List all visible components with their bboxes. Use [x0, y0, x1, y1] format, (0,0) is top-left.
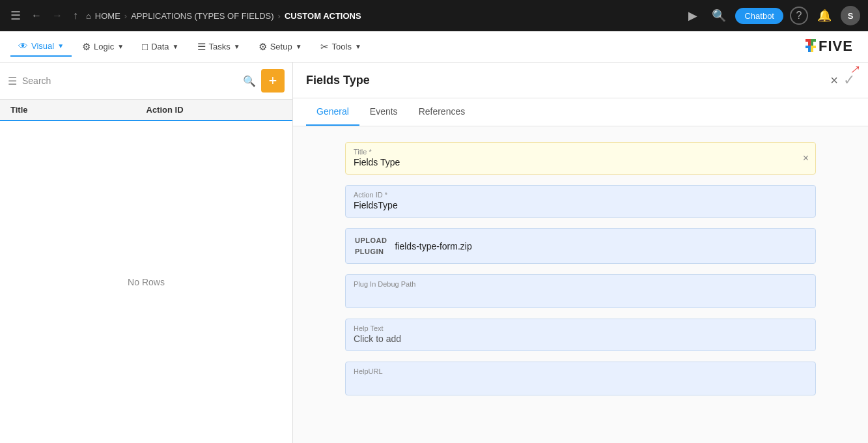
- logic-dropdown-icon: ▼: [117, 43, 124, 50]
- upload-filename: fields-type-form.zip: [395, 241, 471, 251]
- left-panel: ☰ 🔍 + Title Action ID No Rows: [0, 63, 293, 443]
- setup-icon: ⚙: [259, 41, 267, 53]
- nav-label-setup: Setup: [270, 42, 292, 51]
- hamburger-icon[interactable]: ☰: [8, 6, 23, 25]
- action-id-field-value[interactable]: FieldsType: [354, 200, 807, 210]
- help-text-container: Help Text Click to add: [345, 319, 816, 351]
- help-url-label: HelpURL: [354, 367, 807, 375]
- search-input[interactable]: [22, 76, 238, 86]
- plugin-debug-path-value[interactable]: [354, 289, 807, 301]
- up-icon[interactable]: ↑: [70, 7, 81, 24]
- title-clear-button[interactable]: ×: [803, 152, 809, 164]
- help-text-label: Help Text: [354, 324, 807, 332]
- upload-label-line2: PLUGIN: [355, 246, 387, 257]
- five-logo: FIVE: [805, 36, 858, 57]
- nav-label-data: Data: [151, 42, 169, 51]
- help-url-container: HelpURL: [345, 362, 816, 395]
- user-avatar[interactable]: S: [841, 6, 860, 25]
- top-nav-actions: ▶ 🔍 Chatbot ? 🔔 S: [683, 6, 860, 25]
- right-panel: Fields Type × ✓ → General Events Referen…: [293, 63, 868, 443]
- search-button[interactable]: 🔍: [243, 75, 256, 87]
- svg-marker-0: [805, 39, 811, 46]
- action-id-field: Action ID * FieldsType: [345, 185, 816, 218]
- nav-label-visual: Visual: [31, 41, 54, 51]
- action-id-field-container: Action ID * FieldsType: [345, 185, 816, 218]
- help-button[interactable]: ?: [790, 7, 808, 25]
- chatbot-button[interactable]: Chatbot: [735, 8, 783, 24]
- play-button[interactable]: ▶: [683, 6, 703, 25]
- panel-close-button[interactable]: ×: [830, 73, 838, 88]
- data-dropdown-icon: ▼: [173, 43, 179, 50]
- nav-item-tools[interactable]: ✂ Tools ▼: [313, 37, 369, 57]
- plugin-debug-path-label: Plug In Debug Path: [354, 280, 807, 288]
- column-header-title: Title: [10, 105, 147, 115]
- tools-dropdown-icon: ▼: [355, 43, 361, 50]
- nav-item-data[interactable]: □ Data ▼: [134, 37, 186, 56]
- nav-item-visual[interactable]: 👁 Visual ▼: [10, 36, 72, 57]
- upload-label-block: UPLOAD PLUGIN: [355, 235, 387, 257]
- upload-label-line1: UPLOAD: [355, 235, 387, 246]
- search-bar: ☰ 🔍 +: [0, 63, 292, 100]
- title-field-container: Title * Fields Type ×: [345, 142, 816, 175]
- right-panel-header: Fields Type × ✓ →: [293, 63, 868, 98]
- tab-references[interactable]: References: [408, 98, 476, 126]
- tabs-bar: General Events References: [293, 98, 868, 126]
- help-url-value[interactable]: [354, 377, 807, 388]
- plugin-debug-path-field: Plug In Debug Path: [345, 274, 816, 308]
- home-label[interactable]: HOME: [95, 11, 120, 21]
- forward-icon[interactable]: →: [49, 7, 65, 24]
- breadcrumb-item-1[interactable]: APPLICATIONS (TYPES OF FIELDS): [131, 11, 273, 21]
- tab-general[interactable]: General: [306, 98, 359, 126]
- back-icon[interactable]: ←: [29, 7, 44, 24]
- logic-icon: ⚙: [82, 41, 91, 53]
- tab-events[interactable]: Events: [359, 98, 408, 126]
- help-url-field: HelpURL: [345, 362, 816, 395]
- tasks-dropdown-icon: ▼: [234, 43, 240, 50]
- visual-icon: 👁: [18, 40, 28, 51]
- top-nav-bar: ☰ ← → ↑ ⌂ HOME › APPLICATIONS (TYPES OF …: [0, 0, 868, 31]
- breadcrumb-item-2[interactable]: CUSTOM ACTIONS: [285, 11, 361, 21]
- data-icon: □: [142, 41, 148, 52]
- svg-marker-2: [805, 46, 811, 52]
- filter-icon: ☰: [8, 75, 17, 87]
- form-content: Title * Fields Type × Action ID * Fields…: [293, 126, 868, 443]
- title-field: Title * Fields Type ×: [345, 142, 816, 175]
- no-rows-message: No Rows: [0, 121, 292, 443]
- help-text-field: Help Text Click to add: [345, 319, 816, 351]
- notifications-button[interactable]: 🔔: [815, 6, 834, 25]
- plugin-debug-path-container: Plug In Debug Path: [345, 274, 816, 308]
- breadcrumb: ⌂ HOME › APPLICATIONS (TYPES OF FIELDS) …: [86, 11, 678, 21]
- breadcrumb-chevron-1: ›: [124, 11, 127, 21]
- help-text-value[interactable]: Click to add: [354, 334, 807, 344]
- svg-marker-3: [811, 46, 816, 52]
- nav-label-tasks: Tasks: [209, 42, 231, 51]
- title-field-value[interactable]: Fields Type: [354, 157, 807, 167]
- search-global-button[interactable]: 🔍: [709, 6, 729, 25]
- table-header: Title Action ID: [0, 100, 292, 121]
- action-id-field-label: Action ID *: [354, 191, 807, 199]
- nav-label-logic: Logic: [94, 42, 114, 51]
- visual-dropdown-icon: ▼: [57, 42, 64, 50]
- add-record-button[interactable]: +: [261, 69, 285, 93]
- main-content: ☰ 🔍 + Title Action ID No Rows Fields Typ…: [0, 63, 868, 443]
- svg-marker-1: [811, 39, 816, 46]
- panel-header-actions: × ✓ →: [830, 72, 855, 89]
- setup-dropdown-icon: ▼: [296, 43, 302, 50]
- title-field-label: Title *: [354, 148, 807, 156]
- upload-plugin-row[interactable]: UPLOAD PLUGIN fields-type-form.zip: [345, 228, 816, 264]
- tasks-icon: ☰: [197, 41, 206, 53]
- panel-title: Fields Type: [306, 74, 370, 87]
- home-icon: ⌂: [86, 11, 91, 21]
- secondary-nav: 👁 Visual ▼ ⚙ Logic ▼ □ Data ▼ ☰ Tasks ▼ …: [0, 31, 868, 63]
- tools-icon: ✂: [320, 41, 329, 53]
- confirm-area: ✓ →: [843, 72, 855, 89]
- breadcrumb-chevron-2: ›: [278, 11, 281, 21]
- svg-text:FIVE: FIVE: [819, 38, 853, 54]
- nav-item-setup[interactable]: ⚙ Setup ▼: [251, 37, 310, 57]
- nav-item-tasks[interactable]: ☰ Tasks ▼: [189, 37, 248, 57]
- nav-item-logic[interactable]: ⚙ Logic ▼: [74, 37, 132, 57]
- column-header-action-id: Action ID: [147, 105, 283, 115]
- nav-label-tools: Tools: [332, 42, 352, 51]
